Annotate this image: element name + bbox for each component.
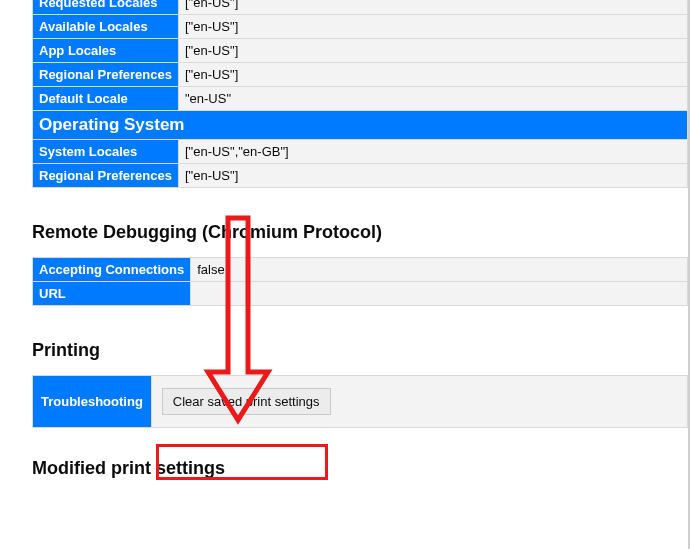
intl-table: Requested Locales ["en-US"] Available Lo… [32,0,688,188]
val-available-locales: ["en-US"] [178,15,687,39]
val-troubleshooting: Clear saved print settings [151,376,687,428]
key-system-locales: System Locales [33,140,179,164]
row-available-locales: Available Locales ["en-US"] [33,15,688,39]
heading-printing: Printing [32,340,688,361]
row-troubleshooting: Troubleshooting Clear saved print settin… [33,376,688,428]
heading-remote-debugging: Remote Debugging (Chromium Protocol) [32,222,688,243]
row-os-section: Operating System [33,111,688,140]
val-url [191,282,688,306]
row-app-locales: App Locales ["en-US"] [33,39,688,63]
row-regional-preferences: Regional Preferences ["en-US"] [33,63,688,87]
val-default-locale: "en-US" [178,87,687,111]
key-available-locales: Available Locales [33,15,179,39]
row-accepting-connections: Accepting Connections false [33,258,688,282]
key-app-locales: App Locales [33,39,179,63]
printing-table: Troubleshooting Clear saved print settin… [32,375,688,428]
remote-debugging-table: Accepting Connections false URL [32,257,688,306]
val-requested-locales: ["en-US"] [178,0,687,15]
section-operating-system: Operating System [33,111,688,140]
key-regional-preferences: Regional Preferences [33,63,179,87]
row-os-regional-preferences: Regional Preferences ["en-US"] [33,164,688,188]
key-accepting-connections: Accepting Connections [33,258,191,282]
val-regional-preferences: ["en-US"] [178,63,687,87]
key-requested-locales: Requested Locales [33,0,179,15]
key-url: URL [33,282,191,306]
val-system-locales: ["en-US","en-GB"] [178,140,687,164]
clear-saved-print-settings-button[interactable]: Clear saved print settings [162,388,331,415]
row-default-locale: Default Locale "en-US" [33,87,688,111]
row-requested-locales: Requested Locales ["en-US"] [33,0,688,15]
val-accepting-connections: false [191,258,688,282]
key-troubleshooting: Troubleshooting [33,376,152,428]
row-url: URL [33,282,688,306]
val-app-locales: ["en-US"] [178,39,687,63]
key-os-regional-preferences: Regional Preferences [33,164,179,188]
heading-modified-print-settings: Modified print settings [32,458,688,479]
row-system-locales: System Locales ["en-US","en-GB"] [33,140,688,164]
key-default-locale: Default Locale [33,87,179,111]
annotation-highlight-box [156,444,328,480]
val-os-regional-preferences: ["en-US"] [178,164,687,188]
